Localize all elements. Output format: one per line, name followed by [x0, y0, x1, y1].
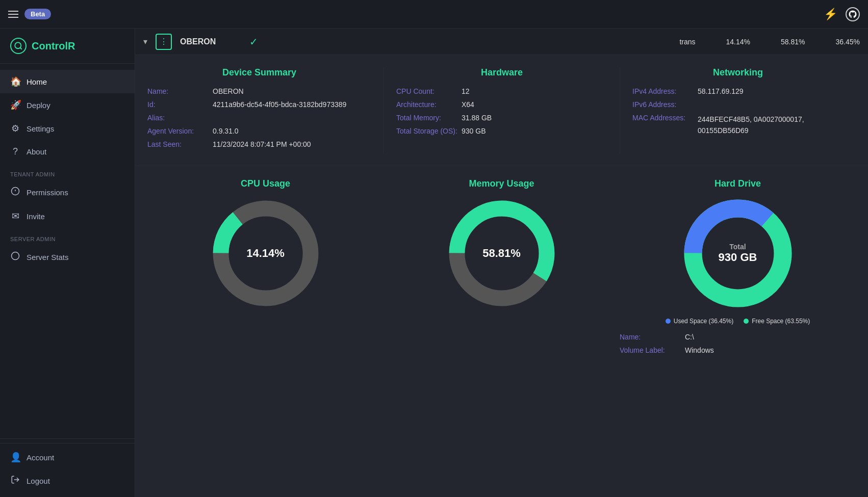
info-row-cpu-count: CPU Count: 12 — [396, 87, 607, 95]
sidebar-item-label: Invite — [27, 212, 45, 221]
id-label: Id: — [147, 100, 209, 109]
beta-badge: Beta — [24, 9, 51, 19]
sidebar-item-deploy[interactable]: 🚀 Deploy — [0, 93, 135, 117]
networking-title: Networking — [632, 67, 844, 78]
device-user: trans — [679, 38, 695, 46]
sidebar: ControlR 🏠 Home 🚀 Deploy ⚙ Settings ? Ab… — [0, 29, 135, 497]
sidebar-item-account[interactable]: 👤 Account — [0, 446, 135, 469]
hdd-chart-section: Hard Drive Total 930 GB — [620, 178, 856, 359]
cpu-count-label: CPU Count: — [396, 87, 457, 95]
logo-text: ControlR — [32, 40, 75, 52]
hdd-info: Name: C:\ Volume Label: Windows — [620, 333, 856, 359]
info-row-id: Id: 4211a9b6-dc54-4f05-bdca-3182bd973389 — [147, 100, 371, 109]
ipv4-label: IPv4 Address: — [632, 87, 694, 95]
device-cpu-stat: 14.14% — [726, 38, 750, 46]
svg-point-5 — [12, 252, 19, 260]
info-row-alias: Alias: — [147, 114, 371, 122]
hardware-section: Hardware CPU Count: 12 Architecture: X64… — [384, 67, 620, 153]
permissions-icon — [10, 187, 20, 198]
info-row-arch: Architecture: X64 — [396, 100, 607, 109]
storage-value: 930 GB — [462, 127, 486, 135]
sidebar-item-label: Account — [27, 453, 54, 462]
device-header: ▾ ⋮ OBERON ✓ trans 14.14% 58.81% 36.45% — [135, 29, 868, 55]
mac-label: MAC Addresses: — [632, 114, 694, 122]
hdd-donut-label: Total 930 GB — [719, 243, 757, 264]
arch-label: Architecture: — [396, 100, 457, 109]
about-icon: ? — [10, 146, 20, 157]
sidebar-item-about[interactable]: ? About — [0, 140, 135, 163]
device-summary-section: Device Summary Name: OBERON Id: 4211a9b6… — [147, 67, 384, 153]
svg-point-0 — [15, 42, 21, 48]
sidebar-item-permissions[interactable]: Permissions — [0, 180, 135, 204]
networking-section: Networking IPv4 Address: 58.117.69.129 I… — [620, 67, 856, 153]
info-row-ipv6: IPv6 Address: — [632, 100, 844, 109]
github-icon[interactable] — [846, 7, 860, 21]
arch-value: X64 — [462, 100, 474, 109]
sidebar-item-label: Logout — [27, 477, 50, 485]
device-header-stats: trans 14.14% 58.81% 36.45% — [679, 38, 860, 46]
name-value: OBERON — [213, 87, 244, 95]
legend-used: Used Space (36.45%) — [666, 318, 733, 325]
gear-icon: ⚙ — [10, 123, 20, 134]
legend-free-label: Free Space (63.55%) — [752, 318, 810, 325]
info-row-ipv4: IPv4 Address: 58.117.69.129 — [632, 87, 844, 95]
cpu-donut-chart: 14.14% — [210, 197, 322, 309]
sidebar-logo: ControlR — [0, 29, 135, 64]
hdd-legend: Used Space (36.45%) Free Space (63.55%) — [666, 318, 810, 325]
hdd-name-label: Name: — [620, 333, 681, 341]
info-row-storage: Total Storage (OS): 930 GB — [396, 127, 607, 135]
device-menu-button[interactable]: ⋮ — [156, 34, 172, 50]
topbar-right: ⚡ — [824, 7, 860, 21]
legend-free: Free Space (63.55%) — [744, 318, 810, 325]
sidebar-item-label: Home — [27, 77, 47, 86]
info-row-agent: Agent Version: 0.9.31.0 — [147, 127, 371, 135]
hdd-volume-row: Volume Label: Windows — [620, 346, 856, 354]
ipv6-label: IPv6 Address: — [632, 100, 694, 109]
svg-line-1 — [20, 47, 21, 49]
hardware-title: Hardware — [396, 67, 607, 78]
hdd-name-row: Name: C:\ — [620, 333, 856, 341]
sidebar-item-home[interactable]: 🏠 Home — [0, 70, 135, 93]
chevron-down-icon[interactable]: ▾ — [143, 37, 147, 46]
lightning-icon[interactable]: ⚡ — [824, 8, 837, 21]
info-row-memory: Total Memory: 31.88 GB — [396, 114, 607, 122]
agent-label: Agent Version: — [147, 127, 209, 135]
info-row-mac: MAC Addresses: 244BFECF48B5, 0A002700001… — [632, 114, 844, 137]
memory-value: 31.88 GB — [462, 114, 492, 122]
storage-label: Total Storage (OS): — [396, 127, 457, 135]
sidebar-bottom: 👤 Account Logout — [0, 438, 135, 497]
agent-value: 0.9.31.0 — [213, 127, 239, 135]
sidebar-item-label: Settings — [27, 124, 54, 133]
device-name: OBERON — [180, 37, 241, 46]
hdd-name-value: C:\ — [685, 333, 694, 341]
server-stats-icon — [10, 251, 20, 263]
device-hdd-stat: 36.45% — [836, 38, 860, 46]
info-row-name: Name: OBERON — [147, 87, 371, 95]
logo-icon — [10, 38, 27, 54]
used-dot — [666, 319, 671, 324]
last-seen-label: Last Seen: — [147, 140, 209, 148]
sidebar-item-logout[interactable]: Logout — [0, 469, 135, 493]
mac-value: 244BFECF48B5, 0A0027000017, 00155DB56D69 — [698, 114, 844, 137]
logout-icon — [10, 475, 20, 487]
topbar: Beta ⚡ — [0, 0, 868, 29]
invite-icon: ✉ — [10, 211, 20, 222]
sidebar-item-label: Server Stats — [27, 253, 69, 261]
tenant-admin-label: Tenant Admin — [0, 163, 135, 180]
cpu-chart-section: CPU Usage 14.14% — [147, 178, 384, 359]
last-seen-value: 11/23/2024 8:07:41 PM +00:00 — [213, 140, 311, 148]
sidebar-item-settings[interactable]: ⚙ Settings — [0, 117, 135, 140]
charts-row: CPU Usage 14.14% Memory Usage — [135, 166, 868, 372]
sidebar-item-server-stats[interactable]: Server Stats — [0, 245, 135, 269]
sidebar-item-invite[interactable]: ✉ Invite — [0, 204, 135, 228]
hdd-volume-value: Windows — [685, 346, 714, 354]
hamburger-icon[interactable] — [8, 11, 18, 18]
free-dot — [744, 319, 749, 324]
account-icon: 👤 — [10, 452, 20, 463]
status-check-icon: ✓ — [249, 36, 258, 48]
cpu-chart-title: CPU Usage — [241, 178, 290, 189]
hdd-volume-label: Volume Label: — [620, 346, 681, 354]
sidebar-item-label: Permissions — [27, 188, 68, 197]
hdd-total-value: 930 GB — [719, 251, 757, 264]
memory-chart-title: Memory Usage — [469, 178, 534, 189]
